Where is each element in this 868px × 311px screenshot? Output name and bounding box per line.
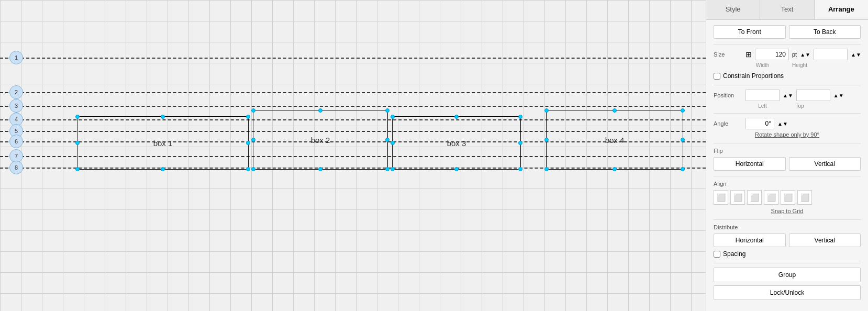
- angle-row: Angle ▲▼: [714, 118, 861, 129]
- size-sublabels: Width Height: [745, 62, 861, 68]
- flip-h-button[interactable]: Horizontal: [714, 157, 786, 171]
- tab-arrange[interactable]: Arrange: [815, 0, 868, 19]
- size-width-input[interactable]: [755, 49, 789, 60]
- dist-v-button[interactable]: Vertical: [789, 234, 861, 247]
- handle-br[interactable]: [518, 167, 522, 171]
- box-1[interactable]: box 1: [77, 116, 249, 170]
- constrain-row: Constrain Proportions: [714, 72, 861, 80]
- handle-br[interactable]: [385, 167, 390, 171]
- handle-br[interactable]: [246, 167, 250, 171]
- width-sub-label: Width: [745, 62, 780, 68]
- angle-label: Angle: [714, 120, 742, 127]
- tab-text[interactable]: Text: [760, 0, 814, 19]
- size-row: Size ⊞ pt ▲▼ ▲▼: [714, 49, 861, 60]
- size-width-spinner[interactable]: ▲▼: [800, 52, 810, 58]
- align-left-button[interactable]: ⬜: [714, 190, 728, 205]
- spacing-label: Spacing: [723, 250, 745, 258]
- position-top-input[interactable]: [796, 90, 830, 101]
- dashed-line-1: [0, 58, 706, 59]
- position-left-input[interactable]: [745, 90, 780, 101]
- box-2[interactable]: box 2: [253, 110, 388, 170]
- spacing-checkbox[interactable]: [714, 251, 720, 258]
- handle-mr[interactable]: [681, 138, 685, 142]
- row-number-6: 6: [9, 135, 23, 148]
- handle-tr[interactable]: [385, 108, 390, 113]
- handle-ml[interactable]: [544, 138, 549, 142]
- handle-tr[interactable]: [518, 115, 522, 119]
- handle-ml[interactable]: [75, 141, 80, 145]
- handle-bc[interactable]: [613, 167, 617, 171]
- handle-tr[interactable]: [681, 108, 685, 113]
- group-button[interactable]: Group: [714, 268, 861, 282]
- handle-bc[interactable]: [161, 167, 165, 171]
- panel-tabs: Style Text Arrange: [706, 0, 868, 20]
- box-4-label: box 4: [605, 136, 625, 145]
- box-3[interactable]: box 3: [392, 116, 521, 170]
- handle-tl[interactable]: [251, 108, 255, 113]
- pos-sublabels: Left Top: [745, 103, 861, 109]
- align-center-v-button[interactable]: ⬜: [781, 190, 795, 205]
- handle-bl[interactable]: [391, 167, 395, 171]
- constrain-checkbox[interactable]: [714, 73, 720, 80]
- handle-br[interactable]: [681, 167, 685, 171]
- handle-bc[interactable]: [318, 167, 322, 171]
- align-top-button[interactable]: ⬜: [764, 190, 778, 205]
- align-center-h-button[interactable]: ⬜: [730, 190, 745, 205]
- angle-spinner[interactable]: ▲▼: [777, 121, 788, 127]
- height-sub-label: Height: [783, 62, 817, 68]
- handle-mr[interactable]: [385, 138, 390, 142]
- handle-tr[interactable]: [246, 115, 250, 119]
- handle-tc[interactable]: [454, 115, 459, 119]
- box-1-label: box 1: [153, 139, 173, 148]
- flip-label: Flip: [714, 148, 861, 154]
- handle-tl[interactable]: [544, 108, 549, 113]
- spacing-row: Spacing: [714, 250, 861, 258]
- tab-style[interactable]: Style: [706, 0, 760, 19]
- box-4[interactable]: box 4: [546, 110, 683, 170]
- handle-bl[interactable]: [75, 167, 80, 171]
- flip-v-button[interactable]: Vertical: [789, 157, 861, 171]
- row-number-3: 3: [9, 99, 23, 113]
- distribute-row: Horizontal Vertical: [714, 234, 861, 247]
- align-grid: ⬜ ⬜ ⬜ ⬜ ⬜ ⬜: [714, 190, 861, 205]
- lock-button[interactable]: Lock/Unlock: [714, 285, 861, 300]
- row-number-1: 1: [9, 51, 23, 64]
- handle-ml[interactable]: [251, 138, 255, 142]
- handle-ml[interactable]: [391, 141, 395, 145]
- align-bottom-button[interactable]: ⬜: [797, 190, 812, 205]
- handle-bl[interactable]: [544, 167, 549, 171]
- pos-top-spinner[interactable]: ▲▼: [833, 93, 844, 98]
- top-sub-label: Top: [783, 103, 817, 109]
- align-right-button[interactable]: ⬜: [747, 190, 762, 205]
- handle-tc[interactable]: [318, 108, 322, 113]
- align-label: Align: [714, 181, 861, 187]
- canvas[interactable]: 1 2 3 4 5 6 7 8 box 1 box 2 box 3: [0, 0, 706, 311]
- flip-row: Horizontal Vertical: [714, 157, 861, 171]
- position-row: Position ▲▼ ▲▼: [714, 90, 861, 101]
- size-height-spinner[interactable]: ▲▼: [851, 52, 861, 58]
- rotate-link[interactable]: Rotate shape only by 90°: [714, 131, 861, 138]
- handle-tc[interactable]: [161, 115, 165, 119]
- size-unit: pt: [792, 51, 797, 58]
- to-back-button[interactable]: To Back: [789, 25, 861, 39]
- size-icon: ⊞: [745, 50, 752, 59]
- size-height-input[interactable]: [814, 49, 848, 60]
- front-back-row: To Front To Back: [714, 25, 861, 39]
- handle-bl[interactable]: [251, 167, 255, 171]
- right-panel: Style Text Arrange To Front To Back Size…: [706, 0, 868, 311]
- handle-tl[interactable]: [75, 115, 80, 119]
- handle-bc[interactable]: [454, 167, 459, 171]
- constrain-label: Constrain Proportions: [723, 72, 784, 80]
- snap-to-grid-link[interactable]: Snap to Grid: [714, 208, 861, 214]
- handle-tl[interactable]: [391, 115, 395, 119]
- box-3-label: box 3: [447, 139, 466, 148]
- angle-input[interactable]: [745, 118, 774, 129]
- handle-tc[interactable]: [613, 108, 617, 113]
- arrange-panel: To Front To Back Size ⊞ pt ▲▼ ▲▼ Width H…: [706, 20, 868, 311]
- dist-h-button[interactable]: Horizontal: [714, 234, 786, 247]
- distribute-label: Distribute: [714, 224, 861, 230]
- handle-mr[interactable]: [518, 141, 522, 145]
- to-front-button[interactable]: To Front: [714, 25, 786, 39]
- pos-left-spinner[interactable]: ▲▼: [783, 93, 793, 98]
- handle-mr[interactable]: [246, 141, 250, 145]
